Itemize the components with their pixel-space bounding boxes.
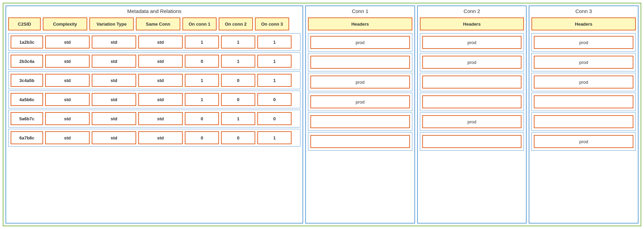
conn1-title: Conn 1 [308,8,412,14]
conn1-row: prod [308,73,412,91]
conn2-title: Conn 2 [420,8,524,14]
cell-onconn3: 1 [257,55,292,68]
conn1-cell: prod [310,76,410,89]
header-sameconn: Same Conn [136,17,180,30]
conn3-row [531,112,636,131]
header-variation: Variation Type [89,17,134,30]
table-row: 6a7b8c std std std 0 0 1 [8,129,300,147]
conn2-header: Headers [420,17,524,30]
conn3-cell: prod [534,56,633,69]
conn3-row: prod [531,33,636,52]
cell-onconn1: 1 [185,74,219,87]
conn1-panel: Conn 1 Headers prod prod prod [305,5,415,224]
cell-c2sid: 2b3c4a [11,55,43,68]
conn1-cell: prod [310,95,410,108]
cell-onconn2: 0 [221,131,255,144]
conn1-cell-empty [310,115,410,128]
cell-sameconn: std [138,74,183,87]
cell-c2sid: 1a2b3c [11,36,43,49]
cell-onconn2: 1 [221,112,255,125]
header-complexity: Complexity [43,17,87,30]
conn2-row: prod [420,112,524,131]
conn1-row [308,132,412,151]
cell-sameconn: std [138,36,183,49]
conn2-row [420,132,524,151]
metadata-panel: Metadata and Relations C2SID Complexity … [5,5,303,224]
cell-variation: std [92,93,136,106]
header-c2sid: C2SID [8,17,41,30]
cell-variation: std [92,131,136,144]
conn1-row [308,112,412,131]
cell-onconn1: 0 [185,112,219,125]
cell-complexity: std [45,131,90,144]
conn3-row: prod [531,132,636,151]
conn1-cell-empty [310,135,410,148]
conn2-cell: prod [422,115,522,128]
cell-complexity: std [45,93,90,106]
cell-sameconn: std [138,55,183,68]
conn1-cell-empty [310,56,410,69]
conn2-header-row: Headers [420,17,524,30]
metadata-header-row: C2SID Complexity Variation Type Same Con… [8,17,300,30]
conn3-row [531,93,636,111]
conn3-panel: Conn 3 Headers prod prod prod [529,5,639,224]
conn3-cell: prod [534,36,633,49]
cell-onconn3: 1 [257,131,292,144]
conn3-cell-empty [534,115,633,128]
conn3-cell-empty [534,95,633,108]
conn2-cell: prod [422,56,522,69]
cell-onconn3: 1 [257,74,292,87]
conn2-row: prod [420,53,524,71]
conn1-row: prod [308,33,412,52]
cell-onconn2: 0 [221,93,255,106]
table-row: 1a2b3c std std std 1 1 1 [8,33,300,51]
cell-onconn1: 1 [185,93,219,106]
cell-onconn2: 1 [221,55,255,68]
cell-sameconn: std [138,131,183,144]
table-row: 4a5b6c std std std 1 0 0 [8,91,300,108]
conn1-cell: prod [310,36,410,49]
header-onconn2: On conn 2 [219,17,253,30]
conn1-header-row: Headers [308,17,412,30]
conn1-grid: Headers prod prod prod [308,17,412,151]
cell-onconn1: 0 [185,55,219,68]
conn1-row: prod [308,93,412,111]
metadata-panel-title: Metadata and Relations [8,8,300,14]
conn2-row: prod [420,33,524,52]
cell-complexity: std [45,55,90,68]
cell-onconn2: 1 [221,36,255,49]
cell-onconn3: 0 [257,112,292,125]
cell-c2sid: 6a7b8c [11,131,43,144]
table-row: 5a6b7c std std std 0 1 0 [8,110,300,127]
cell-onconn3: 0 [257,93,292,106]
main-container: Metadata and Relations C2SID Complexity … [3,3,641,226]
cell-complexity: std [45,74,90,87]
conn3-row: prod [531,73,636,91]
conn3-header-row: Headers [531,17,636,30]
cell-c2sid: 5a6b7c [11,112,43,125]
cell-c2sid: 4a5b6c [11,93,43,106]
conn2-cell-empty [422,76,522,89]
cell-variation: std [92,74,136,87]
header-onconn3: On conn 3 [255,17,289,30]
conn2-cell: prod [422,36,522,49]
conn2-grid: Headers prod prod prod [420,17,524,151]
connections-area: Conn 1 Headers prod prod prod [305,5,639,224]
cell-variation: std [92,112,136,125]
header-onconn1: On conn 1 [182,17,217,30]
conn3-cell: prod [534,76,633,89]
cell-complexity: std [45,36,90,49]
conn2-row [420,93,524,111]
table-row: 2b3c4a std std std 0 1 1 [8,52,300,70]
cell-sameconn: std [138,93,183,106]
cell-c2sid: 3c4a5b [11,74,43,87]
conn1-header: Headers [308,17,412,30]
conn2-cell-empty [422,95,522,108]
cell-sameconn: std [138,112,183,125]
conn2-row [420,73,524,91]
cell-onconn3: 1 [257,36,292,49]
table-row: 3c4a5b std std std 1 0 1 [8,71,300,89]
conn2-cell-empty [422,135,522,148]
conn3-grid: Headers prod prod prod prod [531,17,636,151]
cell-onconn1: 0 [185,131,219,144]
